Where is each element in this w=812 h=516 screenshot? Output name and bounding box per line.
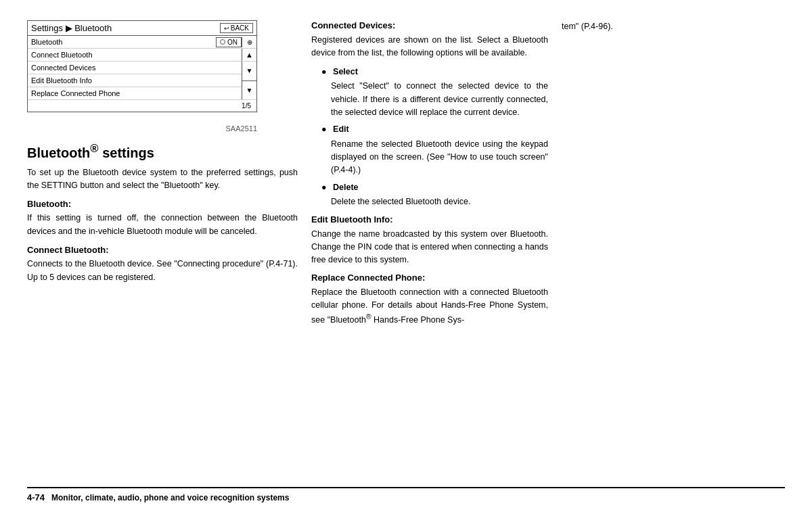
back-arrow-icon: ↩	[224, 25, 229, 32]
ui-scroll-down-btn[interactable]: ▼	[242, 62, 256, 81]
ui-footer: 1/5	[28, 99, 256, 112]
section-title: Bluetooth® settings	[27, 145, 154, 160]
footer-bar: 4-74 Monitor, climate, audio, phone and …	[27, 487, 785, 502]
connected-intro: Registered devices are shown on the list…	[311, 34, 548, 60]
section-title-block: Bluetooth® settings	[27, 142, 298, 161]
edit-text: Change the name broadcasted by this syst…	[311, 228, 548, 267]
connect-heading: Connect Bluetooth:	[27, 245, 298, 255]
left-column: Settings ▶ Bluetooth ↩ BACK Bluetooth O	[27, 20, 311, 487]
bullet-list: Select Select "Select" to connect the se…	[321, 66, 548, 209]
ui-header-title: Settings ▶ Bluetooth	[31, 23, 112, 33]
ui-scroll-down2-btn[interactable]: ▼	[242, 81, 256, 100]
ui-screenshot: Settings ▶ Bluetooth ↩ BACK Bluetooth O	[27, 20, 257, 112]
ui-menu-list: Connected Devices Edit Bluetooth Info Re…	[28, 62, 242, 99]
toggle-circle-icon	[220, 39, 225, 45]
replace-heading: Replace Connected Phone:	[311, 273, 548, 283]
edit-heading: Edit Bluetooth Info:	[311, 214, 548, 225]
ui-bluetooth-item: Bluetooth	[28, 36, 216, 48]
ui-bluetooth-btn[interactable]: ⊕	[242, 37, 256, 47]
continuation-text: tem" (P.4-96).	[562, 20, 785, 33]
page-container: Settings ▶ Bluetooth ↩ BACK Bluetooth O	[0, 0, 812, 516]
ui-edit-item: Edit Bluetooth Info	[28, 74, 242, 87]
ui-scroll-buttons: ▼ ▼	[242, 62, 256, 99]
ui-connect-item: Connect Bluetooth	[28, 49, 242, 61]
ui-back-button[interactable]: ↩ BACK	[220, 23, 253, 33]
bullet-select: Select Select "Select" to connect the se…	[321, 66, 548, 120]
middle-column: Connected Devices: Registered devices ar…	[311, 20, 555, 487]
main-content: Settings ▶ Bluetooth ↩ BACK Bluetooth O	[27, 20, 785, 487]
back-label: BACK	[231, 24, 249, 32]
bullet-edit: Edit Rename the selected Bluetooth devic…	[321, 123, 548, 177]
bluetooth-heading: Bluetooth:	[27, 199, 298, 209]
ui-replace-item: Replace Connected Phone	[28, 87, 242, 99]
ui-up-btn[interactable]: ▲	[242, 49, 256, 61]
ui-connected-item: Connected Devices	[28, 62, 242, 74]
replace-text: Replace the Bluetooth connection with a …	[311, 286, 548, 327]
footer-text: Monitor, climate, audio, phone and voice…	[51, 493, 289, 502]
bullet-delete: Delete Delete the selected Bluetooth dev…	[321, 181, 548, 209]
connect-text: Connects to the Bluetooth device. See "C…	[27, 258, 298, 284]
ui-bluetooth-toggle[interactable]: ON	[216, 37, 242, 47]
figure-id: SAA2511	[27, 124, 257, 133]
bluetooth-text: If this setting is turned off, the conne…	[27, 212, 298, 238]
ui-header: Settings ▶ Bluetooth ↩ BACK	[28, 21, 256, 36]
intro-text: To set up the Bluetooth device system to…	[27, 166, 298, 193]
connected-heading: Connected Devices:	[311, 20, 548, 30]
footer-page: 4-74	[27, 492, 45, 502]
right-column: tem" (P.4-96).	[555, 20, 785, 487]
